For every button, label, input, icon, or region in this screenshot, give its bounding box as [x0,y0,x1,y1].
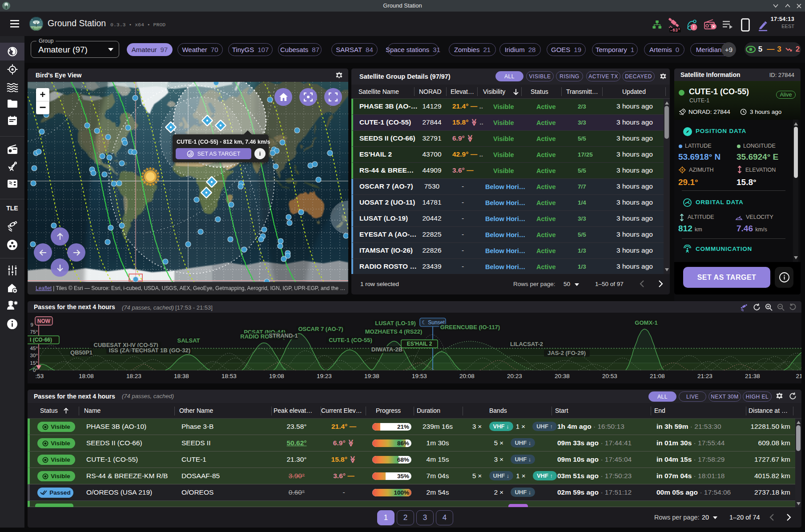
svg-text:45°: 45° [30,346,38,351]
svg-text:I (CO-66): I (CO-66) [30,337,52,343]
svg-text:STRAND-1: STRAND-1 [269,332,298,339]
svg-text:75°: 75° [30,329,38,335]
svg-text:NOW: NOW [37,318,51,324]
svg-text:LUSAT (LO-19): LUSAT (LO-19) [375,320,415,326]
svg-text:OSCAR 7 (AO-7): OSCAR 7 (AO-7) [298,326,343,332]
svg-text:GREENCUBE (IO-117): GREENCUBE (IO-117) [440,324,500,330]
svg-text:18:53: 18:53 [221,373,237,379]
svg-text:MOZHAETS 4 (RS22): MOZHAETS 4 (RS22) [365,328,423,335]
svg-text:20:08: 20:08 [459,373,475,379]
svg-text:19:08: 19:08 [269,373,284,379]
svg-text:21:38: 21:38 [745,373,760,379]
svg-text:18:38: 18:38 [174,373,189,379]
svg-text:ES'HAIL 2: ES'HAIL 2 [407,341,432,347]
svg-text:21:23: 21:23 [697,373,712,379]
svg-text:19:23: 19:23 [317,373,332,379]
svg-text:JAS-2 (FO-29): JAS-2 (FO-29) [547,350,586,356]
svg-text:SALSAT: SALSAT [177,337,200,344]
svg-text:DIWATA-2B: DIWATA-2B [371,346,402,353]
svg-text:20:53: 20:53 [602,373,617,379]
svg-text:20:23: 20:23 [507,373,522,379]
svg-text:21:: 21: [796,373,801,379]
svg-text:30°: 30° [30,353,38,358]
svg-text:9: 9 [31,322,33,327]
svg-text:-63°: -63° [670,28,680,32]
svg-text:GOMX-1: GOMX-1 [635,319,657,326]
svg-text:!: ! [693,24,695,30]
svg-text:19:53: 19:53 [412,373,427,379]
svg-text:QB50P1: QB50P1 [70,349,93,356]
svg-text:18:08: 18:08 [79,373,94,379]
svg-text:TECHSAT 1B (GO-32): TECHSAT 1B (GO-32) [132,347,190,354]
svg-text:20:38: 20:38 [555,373,570,379]
svg-text::53: :53 [36,373,44,379]
svg-text:CUTE-1 (CO-55): CUTE-1 (CO-55) [329,337,372,343]
svg-text:18:23: 18:23 [126,373,141,379]
svg-text:19:38: 19:38 [364,373,379,379]
svg-text:21:08: 21:08 [650,373,665,379]
svg-text:LILACSAT-2: LILACSAT-2 [510,341,543,347]
